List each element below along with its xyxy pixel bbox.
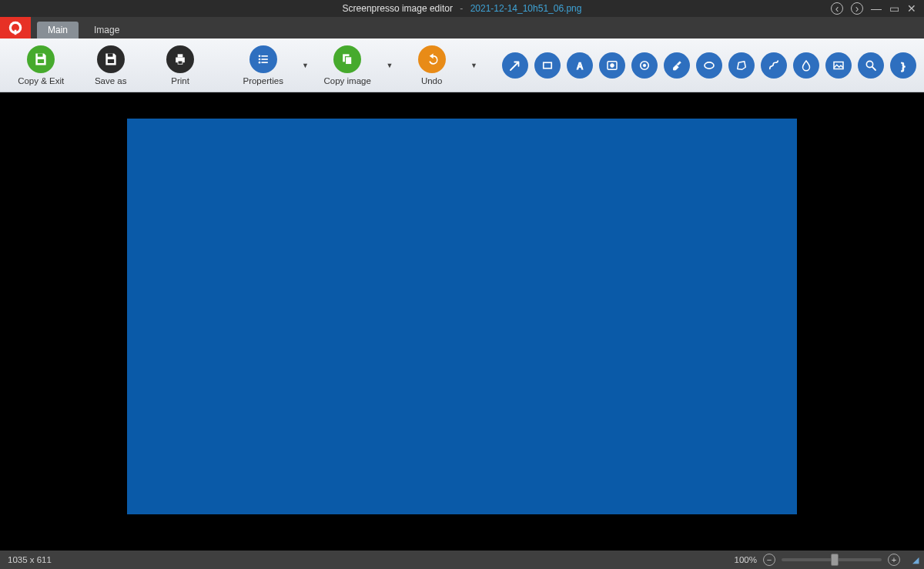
list-icon bbox=[249, 45, 277, 73]
svg-rect-3 bbox=[38, 53, 43, 56]
statusbar: 1035 x 611 100% − + ◢ bbox=[0, 551, 924, 569]
tab-image[interactable]: Image bbox=[83, 22, 130, 38]
curve-tool[interactable] bbox=[761, 52, 787, 79]
properties-label: Properties bbox=[243, 76, 283, 85]
svg-rect-10 bbox=[179, 61, 182, 63]
file-name: 2021-12-14_10h51_06.png bbox=[470, 3, 582, 14]
zoom-out-button[interactable]: − bbox=[763, 554, 775, 566]
svg-point-15 bbox=[258, 61, 260, 63]
svg-rect-18 bbox=[346, 56, 352, 64]
arrow-tool[interactable] bbox=[502, 52, 528, 79]
tabs: Main Image bbox=[31, 17, 130, 38]
polygon-tool[interactable] bbox=[728, 52, 755, 79]
image-dimensions: 1035 x 611 bbox=[8, 555, 52, 564]
tab-main[interactable]: Main bbox=[37, 22, 79, 38]
magnify-tool[interactable] bbox=[858, 52, 884, 79]
copy-and-exit-label: Copy & Exit bbox=[18, 76, 64, 85]
title-sep: - bbox=[460, 3, 463, 14]
print-button[interactable]: Print bbox=[147, 41, 213, 90]
svg-point-22 bbox=[611, 63, 614, 67]
app-logo[interactable] bbox=[0, 17, 31, 38]
blur-tool[interactable] bbox=[793, 52, 819, 79]
svg-rect-2 bbox=[15, 30, 17, 35]
svg-rect-19 bbox=[544, 62, 552, 69]
tab-main-label: Main bbox=[48, 25, 68, 35]
svg-point-11 bbox=[258, 55, 260, 57]
floppy-icon bbox=[97, 45, 125, 73]
svg-rect-8 bbox=[178, 54, 183, 57]
window-controls: ‹ › — ▭ ✕ bbox=[831, 2, 924, 15]
app-name: Screenpresso image editor bbox=[343, 3, 453, 14]
save-as-button[interactable]: Save as bbox=[77, 41, 143, 90]
undo-icon bbox=[418, 45, 446, 73]
svg-rect-16 bbox=[261, 62, 267, 63]
svg-rect-6 bbox=[107, 59, 113, 63]
print-label: Print bbox=[171, 76, 189, 85]
zoom-slider[interactable] bbox=[782, 558, 882, 561]
tabstrip: Main Image bbox=[0, 17, 924, 38]
ribbon-toolbar: Copy & Exit Save as Print Properties ▼ C… bbox=[0, 38, 924, 92]
properties-button[interactable]: Properties bbox=[229, 41, 296, 90]
minimize-button[interactable]: — bbox=[871, 2, 882, 15]
copy-image-button[interactable]: Copy image bbox=[314, 41, 380, 90]
svg-point-25 bbox=[705, 62, 714, 68]
brace-tool[interactable]: } bbox=[890, 52, 916, 79]
copy-image-dropdown[interactable]: ▼ bbox=[383, 41, 395, 90]
resize-grip-icon[interactable]: ◢ bbox=[912, 555, 916, 565]
number-stamp-tool[interactable] bbox=[599, 52, 625, 79]
artboard[interactable] bbox=[127, 119, 797, 514]
canvas-area[interactable] bbox=[0, 92, 924, 551]
svg-text:A: A bbox=[577, 60, 584, 71]
text-tool[interactable]: A bbox=[567, 52, 593, 79]
svg-rect-26 bbox=[834, 62, 843, 69]
copy-image-label: Copy image bbox=[323, 76, 370, 85]
svg-rect-4 bbox=[38, 59, 44, 63]
floppy-check-icon bbox=[27, 45, 55, 73]
window-title: Screenpresso image editor - 2021-12-14_1… bbox=[0, 3, 924, 14]
zoom-slider-thumb[interactable] bbox=[831, 554, 839, 566]
svg-rect-14 bbox=[261, 59, 267, 60]
undo-label: Undo bbox=[421, 76, 443, 85]
printer-icon bbox=[166, 45, 194, 73]
titlebar: Screenpresso image editor - 2021-12-14_1… bbox=[0, 0, 924, 17]
svg-point-24 bbox=[643, 64, 646, 67]
copy-icon bbox=[333, 45, 361, 73]
highlight-tool[interactable] bbox=[664, 52, 690, 79]
target-tool[interactable] bbox=[631, 52, 658, 79]
svg-point-13 bbox=[258, 58, 260, 60]
maximize-button[interactable]: ▭ bbox=[889, 2, 899, 15]
zoom-percentage: 100% bbox=[735, 555, 757, 564]
next-image-button[interactable]: › bbox=[851, 2, 863, 15]
prev-image-button[interactable]: ‹ bbox=[831, 2, 843, 15]
save-as-label: Save as bbox=[95, 76, 127, 85]
copy-and-exit-button[interactable]: Copy & Exit bbox=[8, 41, 74, 90]
annotation-tools: A } bbox=[502, 52, 916, 79]
svg-rect-12 bbox=[261, 55, 267, 57]
zoom-in-button[interactable]: + bbox=[888, 554, 900, 566]
rectangle-tool[interactable] bbox=[534, 52, 561, 79]
close-button[interactable]: ✕ bbox=[907, 2, 916, 15]
svg-text:}: } bbox=[901, 59, 906, 71]
zoom-controls: 100% − + bbox=[735, 554, 900, 566]
properties-dropdown[interactable]: ▼ bbox=[300, 41, 311, 90]
ellipse-tool[interactable] bbox=[696, 52, 722, 79]
undo-button[interactable]: Undo bbox=[398, 41, 464, 90]
tab-image-label: Image bbox=[94, 25, 119, 35]
svg-rect-5 bbox=[107, 53, 112, 56]
image-tool[interactable] bbox=[825, 52, 852, 79]
undo-dropdown[interactable]: ▼ bbox=[468, 41, 480, 90]
